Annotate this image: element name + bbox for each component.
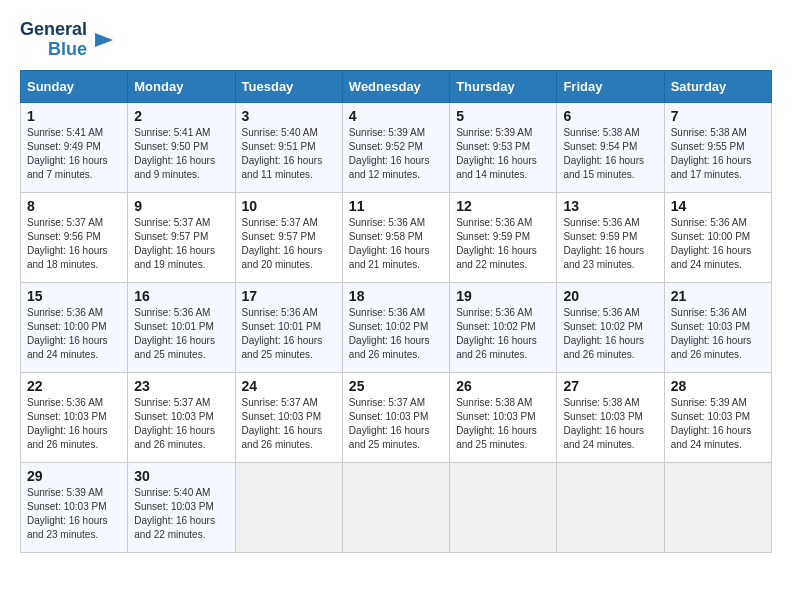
calendar-cell: [450, 462, 557, 552]
day-number: 2: [134, 108, 228, 124]
calendar-cell: 4 Sunrise: 5:39 AMSunset: 9:52 PMDayligh…: [342, 102, 449, 192]
day-detail: Sunrise: 5:37 AMSunset: 10:03 PMDaylight…: [134, 397, 215, 450]
day-detail: Sunrise: 5:39 AMSunset: 10:03 PMDaylight…: [27, 487, 108, 540]
day-number: 5: [456, 108, 550, 124]
calendar-cell: 2 Sunrise: 5:41 AMSunset: 9:50 PMDayligh…: [128, 102, 235, 192]
calendar-cell: [557, 462, 664, 552]
day-number: 15: [27, 288, 121, 304]
day-detail: Sunrise: 5:36 AMSunset: 9:59 PMDaylight:…: [456, 217, 537, 270]
weekday-header-sunday: Sunday: [21, 70, 128, 102]
calendar-cell: 22 Sunrise: 5:36 AMSunset: 10:03 PMDayli…: [21, 372, 128, 462]
day-detail: Sunrise: 5:37 AMSunset: 9:57 PMDaylight:…: [242, 217, 323, 270]
day-number: 11: [349, 198, 443, 214]
svg-marker-0: [95, 33, 113, 47]
day-detail: Sunrise: 5:36 AMSunset: 10:03 PMDaylight…: [671, 307, 752, 360]
calendar-cell: 29 Sunrise: 5:39 AMSunset: 10:03 PMDayli…: [21, 462, 128, 552]
day-detail: Sunrise: 5:36 AMSunset: 10:00 PMDaylight…: [27, 307, 108, 360]
day-detail: Sunrise: 5:39 AMSunset: 10:03 PMDaylight…: [671, 397, 752, 450]
calendar-cell: 21 Sunrise: 5:36 AMSunset: 10:03 PMDayli…: [664, 282, 771, 372]
weekday-header-thursday: Thursday: [450, 70, 557, 102]
day-detail: Sunrise: 5:36 AMSunset: 10:01 PMDaylight…: [242, 307, 323, 360]
day-number: 14: [671, 198, 765, 214]
calendar-cell: 8 Sunrise: 5:37 AMSunset: 9:56 PMDayligh…: [21, 192, 128, 282]
day-detail: Sunrise: 5:38 AMSunset: 10:03 PMDaylight…: [456, 397, 537, 450]
day-number: 20: [563, 288, 657, 304]
calendar-cell: 12 Sunrise: 5:36 AMSunset: 9:59 PMDaylig…: [450, 192, 557, 282]
calendar-week-4: 22 Sunrise: 5:36 AMSunset: 10:03 PMDayli…: [21, 372, 772, 462]
day-number: 26: [456, 378, 550, 394]
weekday-header-monday: Monday: [128, 70, 235, 102]
calendar-cell: [235, 462, 342, 552]
day-number: 12: [456, 198, 550, 214]
weekday-header-friday: Friday: [557, 70, 664, 102]
calendar-cell: [664, 462, 771, 552]
calendar-cell: 10 Sunrise: 5:37 AMSunset: 9:57 PMDaylig…: [235, 192, 342, 282]
day-detail: Sunrise: 5:36 AMSunset: 9:59 PMDaylight:…: [563, 217, 644, 270]
day-number: 23: [134, 378, 228, 394]
day-detail: Sunrise: 5:40 AMSunset: 9:51 PMDaylight:…: [242, 127, 323, 180]
calendar-cell: 5 Sunrise: 5:39 AMSunset: 9:53 PMDayligh…: [450, 102, 557, 192]
day-number: 1: [27, 108, 121, 124]
day-detail: Sunrise: 5:36 AMSunset: 9:58 PMDaylight:…: [349, 217, 430, 270]
calendar-cell: 11 Sunrise: 5:36 AMSunset: 9:58 PMDaylig…: [342, 192, 449, 282]
calendar-cell: 7 Sunrise: 5:38 AMSunset: 9:55 PMDayligh…: [664, 102, 771, 192]
day-detail: Sunrise: 5:39 AMSunset: 9:52 PMDaylight:…: [349, 127, 430, 180]
calendar-week-2: 8 Sunrise: 5:37 AMSunset: 9:56 PMDayligh…: [21, 192, 772, 282]
day-number: 6: [563, 108, 657, 124]
logo: General Blue: [20, 20, 115, 60]
day-number: 24: [242, 378, 336, 394]
weekday-header-tuesday: Tuesday: [235, 70, 342, 102]
day-number: 19: [456, 288, 550, 304]
day-number: 30: [134, 468, 228, 484]
day-detail: Sunrise: 5:36 AMSunset: 10:02 PMDaylight…: [456, 307, 537, 360]
logo-text-blue: Blue: [48, 40, 87, 60]
day-number: 27: [563, 378, 657, 394]
day-number: 3: [242, 108, 336, 124]
day-detail: Sunrise: 5:36 AMSunset: 10:00 PMDaylight…: [671, 217, 752, 270]
weekday-header-saturday: Saturday: [664, 70, 771, 102]
weekday-header-row: SundayMondayTuesdayWednesdayThursdayFrid…: [21, 70, 772, 102]
day-number: 29: [27, 468, 121, 484]
calendar-cell: 17 Sunrise: 5:36 AMSunset: 10:01 PMDayli…: [235, 282, 342, 372]
calendar-cell: 3 Sunrise: 5:40 AMSunset: 9:51 PMDayligh…: [235, 102, 342, 192]
day-number: 8: [27, 198, 121, 214]
calendar-week-1: 1 Sunrise: 5:41 AMSunset: 9:49 PMDayligh…: [21, 102, 772, 192]
calendar-cell: 25 Sunrise: 5:37 AMSunset: 10:03 PMDayli…: [342, 372, 449, 462]
calendar-cell: 28 Sunrise: 5:39 AMSunset: 10:03 PMDayli…: [664, 372, 771, 462]
day-detail: Sunrise: 5:36 AMSunset: 10:03 PMDaylight…: [27, 397, 108, 450]
header: General Blue: [20, 20, 772, 60]
calendar-table: SundayMondayTuesdayWednesdayThursdayFrid…: [20, 70, 772, 553]
calendar-cell: 9 Sunrise: 5:37 AMSunset: 9:57 PMDayligh…: [128, 192, 235, 282]
day-number: 7: [671, 108, 765, 124]
calendar-cell: 16 Sunrise: 5:36 AMSunset: 10:01 PMDayli…: [128, 282, 235, 372]
calendar-cell: 27 Sunrise: 5:38 AMSunset: 10:03 PMDayli…: [557, 372, 664, 462]
day-number: 9: [134, 198, 228, 214]
day-detail: Sunrise: 5:36 AMSunset: 10:02 PMDaylight…: [563, 307, 644, 360]
day-number: 4: [349, 108, 443, 124]
logo-text-general: General: [20, 20, 87, 40]
weekday-header-wednesday: Wednesday: [342, 70, 449, 102]
calendar-cell: 26 Sunrise: 5:38 AMSunset: 10:03 PMDayli…: [450, 372, 557, 462]
day-number: 25: [349, 378, 443, 394]
day-detail: Sunrise: 5:41 AMSunset: 9:50 PMDaylight:…: [134, 127, 215, 180]
day-detail: Sunrise: 5:40 AMSunset: 10:03 PMDaylight…: [134, 487, 215, 540]
day-detail: Sunrise: 5:37 AMSunset: 10:03 PMDaylight…: [349, 397, 430, 450]
calendar-cell: 14 Sunrise: 5:36 AMSunset: 10:00 PMDayli…: [664, 192, 771, 282]
logo-icon: [93, 29, 115, 51]
day-number: 13: [563, 198, 657, 214]
day-detail: Sunrise: 5:41 AMSunset: 9:49 PMDaylight:…: [27, 127, 108, 180]
day-detail: Sunrise: 5:38 AMSunset: 10:03 PMDaylight…: [563, 397, 644, 450]
day-number: 16: [134, 288, 228, 304]
day-detail: Sunrise: 5:37 AMSunset: 10:03 PMDaylight…: [242, 397, 323, 450]
calendar-cell: 30 Sunrise: 5:40 AMSunset: 10:03 PMDayli…: [128, 462, 235, 552]
calendar-cell: 19 Sunrise: 5:36 AMSunset: 10:02 PMDayli…: [450, 282, 557, 372]
day-detail: Sunrise: 5:38 AMSunset: 9:54 PMDaylight:…: [563, 127, 644, 180]
day-detail: Sunrise: 5:39 AMSunset: 9:53 PMDaylight:…: [456, 127, 537, 180]
day-number: 10: [242, 198, 336, 214]
calendar-cell: 15 Sunrise: 5:36 AMSunset: 10:00 PMDayli…: [21, 282, 128, 372]
day-number: 18: [349, 288, 443, 304]
calendar-cell: 23 Sunrise: 5:37 AMSunset: 10:03 PMDayli…: [128, 372, 235, 462]
calendar-cell: 13 Sunrise: 5:36 AMSunset: 9:59 PMDaylig…: [557, 192, 664, 282]
day-detail: Sunrise: 5:37 AMSunset: 9:56 PMDaylight:…: [27, 217, 108, 270]
day-number: 17: [242, 288, 336, 304]
